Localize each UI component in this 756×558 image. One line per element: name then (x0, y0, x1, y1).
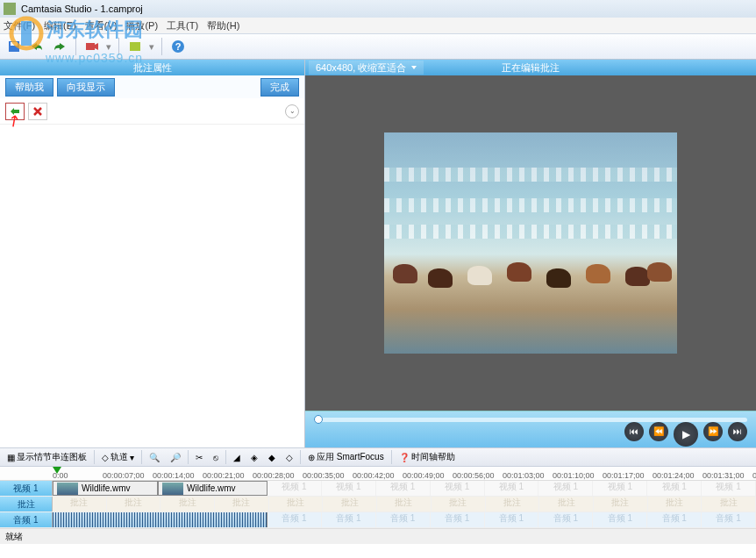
menu-view[interactable]: 查看(V) (85, 19, 118, 32)
time-ruler[interactable]: 0:0000:00:07;0000:00:14;0000:00:21;0000:… (0, 467, 756, 481)
record-icon[interactable] (83, 38, 101, 55)
menu-help[interactable]: 帮助(H) (207, 19, 239, 32)
audio-ghost: 音频 1音频 1音频 1音频 1音频 1音频 1音频 1音频 1音频 1 (267, 512, 756, 527)
next-button[interactable]: ⏭ (728, 422, 747, 441)
timeline-help-button[interactable]: ❓ 时间轴帮助 (396, 451, 459, 463)
svg-rect-3 (11, 42, 18, 46)
status-bar: 就绪 (0, 528, 756, 544)
preview-title: 正在编辑批注 (502, 61, 560, 75)
fade-icon[interactable]: ◢ (230, 453, 244, 462)
seek-bar[interactable] (314, 418, 747, 422)
audio-clip[interactable] (53, 512, 267, 527)
time-tick: 0:00 (53, 471, 68, 480)
save-icon[interactable] (5, 38, 23, 55)
add-callout-button[interactable] (5, 103, 25, 120)
help-icon[interactable]: ? (169, 38, 187, 55)
show-me-button[interactable]: 向我显示 (57, 78, 115, 97)
properties-panel: 批注属性 帮助我 向我显示 完成 ⌄ ↗ (0, 60, 305, 447)
svg-rect-4 (86, 43, 95, 50)
audio-track-head[interactable]: 音频 1 (0, 512, 53, 527)
split-icon[interactable]: ⎋ (210, 453, 222, 462)
time-tick: 00:00:56;00 (453, 471, 495, 480)
dimensions-dropdown[interactable]: 640x480, 收缩至适合 (309, 61, 424, 75)
menu-bar: 文件(F) 编辑(E) 查看(V) 播放(P) 工具(T) 帮助(H) (0, 18, 756, 33)
collapse-button[interactable]: ⌄ (285, 104, 299, 118)
menu-edit[interactable]: 编辑(E) (44, 19, 76, 32)
title-bar: Camtasia Studio - 1.camproj (0, 0, 756, 18)
storyboard-toggle[interactable]: ▦ 显示情节串连图板 (4, 451, 90, 463)
video-clip-2[interactable]: Wildlife.wmv (158, 481, 267, 496)
video-track: 视频 1 Wildlife.wmv Wildlife.wmv 视频 1视频 1视… (0, 481, 756, 497)
tool-c-icon[interactable]: ◇ (282, 453, 296, 462)
time-tick: 00:01:03;00 (503, 471, 545, 480)
redo-icon[interactable] (51, 38, 68, 55)
play-button[interactable]: ▶ (674, 422, 698, 447)
preview-panel: 640x480, 收缩至适合 正在编辑批注 ⏮ ⏪ ▶ ⏩ ⏭ (305, 60, 756, 447)
help-me-button[interactable]: 帮助我 (5, 78, 53, 97)
time-tick: 00:01:31;00 (703, 471, 745, 480)
time-tick: 00:00:42;00 (353, 471, 395, 480)
cut-icon[interactable]: ✂ (192, 453, 206, 462)
track-menu[interactable]: ◇ 轨道 ▾ (98, 451, 138, 463)
time-tick: 00:01:10;00 (752, 471, 756, 480)
video-preview[interactable] (305, 75, 756, 411)
playback-controls: ⏮ ⏪ ▶ ⏩ ⏭ (305, 411, 756, 447)
menu-play[interactable]: 播放(P) (125, 19, 158, 32)
time-tick: 00:00:14;00 (153, 471, 195, 480)
timeline-toolbar: ▦ 显示情节串连图板 ◇ 轨道 ▾ 🔍 🔎 ✂ ⎋ ◢ ◈ ◆ ◇ ⊕ 应用 S… (0, 447, 756, 467)
done-button[interactable]: 完成 (260, 78, 299, 97)
rewind-button[interactable]: ⏪ (649, 422, 668, 441)
time-tick: 00:00:35;00 (303, 471, 345, 480)
tool-a-icon[interactable]: ◈ (247, 453, 261, 462)
menu-tools[interactable]: 工具(T) (167, 19, 198, 32)
time-tick: 00:01:10;00 (553, 471, 595, 480)
undo-icon[interactable] (28, 38, 46, 55)
time-tick: 00:00:07;00 (103, 471, 145, 480)
forward-button[interactable]: ⏩ (703, 422, 723, 441)
time-tick: 00:00:49;00 (403, 471, 445, 480)
properties-header: 批注属性 (0, 60, 304, 75)
svg-text:?: ? (175, 41, 182, 52)
app-icon (4, 3, 16, 15)
menu-file[interactable]: 文件(F) (4, 19, 35, 32)
video-track-head[interactable]: 视频 1 (0, 481, 53, 496)
time-tick: 00:01:17;00 (603, 471, 645, 480)
tool-b-icon[interactable]: ◆ (265, 453, 279, 462)
zoom-in-icon[interactable]: 🔍 (146, 453, 163, 462)
svg-rect-5 (130, 42, 140, 51)
preview-header: 640x480, 收缩至适合 正在编辑批注 (305, 60, 756, 75)
window-title: Camtasia Studio - 1.camproj (21, 4, 143, 14)
time-tick: 00:00:28;00 (253, 471, 295, 480)
prev-button[interactable]: ⏮ (624, 422, 644, 441)
audio-track: 音频 1 音频 1音频 1音频 1音频 1音频 1音频 1音频 1音频 1音频 … (0, 512, 756, 528)
time-tick: 00:01:24;00 (653, 471, 695, 480)
smartfocus-button[interactable]: ⊕ 应用 SmartFocus (304, 451, 388, 463)
annotation-track: 批注 批注批注批注批注批注批注批注批注批注批注批注批注批注 (0, 497, 756, 512)
zoom-out-icon[interactable]: 🔎 (167, 453, 184, 462)
produce-icon[interactable] (126, 38, 144, 55)
video-ghost: 视频 1视频 1视频 1视频 1视频 1视频 1视频 1视频 1视频 1 (267, 481, 756, 496)
main-toolbar: ▾ ▾ ? (0, 33, 756, 60)
delete-callout-button[interactable] (28, 103, 47, 120)
time-tick: 00:00:21;00 (203, 471, 245, 480)
annot-ghost: 批注批注批注批注批注批注批注批注批注批注批注批注批注 (53, 497, 756, 512)
video-frame (384, 132, 677, 354)
video-clip-1[interactable]: Wildlife.wmv (53, 481, 158, 496)
annotation-track-head[interactable]: 批注 (0, 497, 53, 512)
